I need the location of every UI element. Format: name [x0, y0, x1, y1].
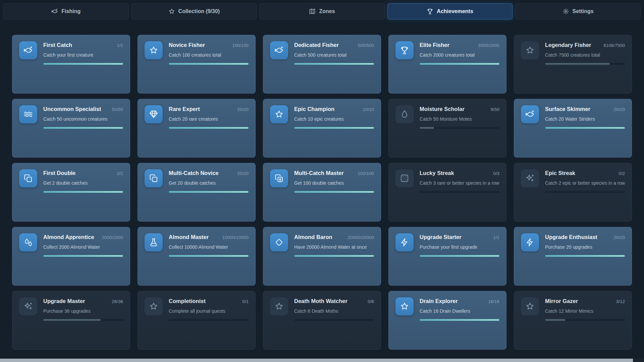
achievement-progress-bar — [420, 63, 499, 65]
achievement-progress-fill — [169, 191, 249, 193]
dice-icon — [395, 169, 414, 187]
achievement-progress-bar — [420, 127, 499, 129]
tab-label: Zones — [319, 8, 335, 14]
achievement-description: Catch 100 creatures total — [169, 52, 249, 58]
tab-collection-9-30[interactable]: Collection (9/30) — [131, 3, 257, 19]
achievement-description: Have 20000 Almond Water at once — [294, 244, 374, 250]
achievement-progress-count: 0/3 — [493, 171, 499, 176]
achievement-card-epic-champion: Epic Champion10/10Catch 10 epic creature… — [263, 99, 381, 158]
sparkles-icon — [19, 297, 37, 315]
achievement-card-mirror-gazer: Mirror Gazer3/12Catch 12 Mirror Mimics — [514, 291, 632, 350]
achievement-progress-count: 6108/7500 — [603, 43, 625, 48]
achievement-description: Purchase 36 upgrades — [43, 308, 123, 314]
tab-label: Achievements — [437, 8, 473, 14]
achievement-progress-bar — [294, 255, 374, 257]
achievement-description: Collect 2000 Almond Water — [43, 244, 123, 250]
achievement-progress-bar — [545, 191, 625, 193]
achievement-title: Surface Skimmer — [545, 106, 590, 112]
achievement-progress-bar — [169, 127, 249, 129]
achievement-card-almond-master: Almond Master10000/10000Collect 10000 Al… — [138, 227, 256, 286]
achievement-card-upgrade-master: Upgrade Master26/36Purchase 36 upgrades — [12, 291, 130, 350]
achievement-progress-bar — [43, 255, 123, 257]
achievement-description: Catch 3 rare or better species in a row — [420, 180, 499, 186]
achievement-progress-fill — [169, 255, 249, 257]
achievement-description: Catch your first creature — [43, 52, 123, 58]
achievement-progress-bar — [294, 63, 374, 65]
achievement-progress-fill — [43, 255, 123, 257]
achievement-title: Elite Fisher — [420, 42, 449, 48]
achievement-title: Death Moth Watcher — [294, 298, 347, 304]
achievement-progress-bar — [294, 319, 374, 321]
achievement-progress-fill — [545, 255, 625, 257]
achievement-description: Catch 2 epic or better species in a row — [545, 180, 625, 186]
achievement-title: Legendary Fisher — [545, 42, 591, 48]
achievement-description: Get 2 double catches — [43, 180, 123, 186]
achievement-description: Catch 20 Water Striders — [545, 116, 625, 122]
achievement-progress-count: 10/10 — [363, 107, 374, 112]
achievement-progress-bar — [43, 63, 123, 65]
achievement-title: Completionist — [169, 298, 206, 304]
achievement-progress-count: 20/20 — [237, 171, 249, 176]
achievement-description: Get 100 double catches — [294, 180, 374, 186]
achievement-card-lucky-streak: Lucky Streak0/3Catch 3 rare or better sp… — [388, 163, 506, 222]
tab-label: Collection (9/30) — [178, 8, 220, 14]
achievement-title: Almond Apprentice — [43, 234, 94, 240]
achievement-progress-fill — [43, 127, 123, 129]
achievement-description: Catch 500 creatures total — [294, 52, 374, 58]
achievement-progress-fill — [169, 63, 249, 65]
achievement-progress-count: 2/2 — [117, 171, 123, 176]
achievement-title: Moisture Scholar — [420, 106, 465, 112]
achievement-progress-bar — [545, 63, 625, 65]
achievement-description: Catch 12 Mirror Mimics — [545, 308, 625, 314]
achievement-card-surface-skimmer: Surface Skimmer20/20Catch 20 Water Strid… — [514, 99, 632, 158]
sparkles-icon — [521, 169, 539, 187]
star-icon — [521, 41, 539, 59]
tab-fishing[interactable]: Fishing — [3, 3, 129, 19]
diamond-icon — [270, 233, 288, 251]
achievement-progress-count: 16/16 — [488, 299, 499, 304]
tab-settings[interactable]: Settings — [515, 3, 641, 19]
achievement-progress-fill — [294, 191, 374, 193]
fish-icon — [270, 41, 288, 59]
achievement-progress-fill — [545, 63, 610, 65]
achievement-progress-fill — [420, 63, 499, 65]
achievement-progress-bar — [420, 191, 499, 193]
tab-label: Settings — [573, 8, 594, 14]
achievement-title: Rare Expert — [169, 106, 200, 112]
achievement-title: Almond Master — [169, 234, 209, 240]
achievement-progress-fill — [420, 319, 499, 321]
achievement-progress-fill — [43, 319, 101, 321]
droplets-icon — [19, 233, 37, 251]
tab-label: Fishing — [61, 8, 80, 14]
achievement-progress-count: 1/1 — [493, 235, 499, 240]
tab-achievements[interactable]: Achievements — [387, 3, 513, 19]
achievement-progress-fill — [420, 127, 434, 129]
fish-icon — [19, 41, 37, 59]
achievement-title: Lucky Streak — [420, 170, 454, 176]
achievement-progress-count: 20/20 — [613, 107, 625, 112]
horizontal-scrollbar-track[interactable] — [0, 359, 644, 362]
achievement-description: Catch 16 Drain Dwellers — [420, 308, 499, 314]
achievement-title: Upgrade Starter — [420, 234, 462, 240]
achievement-progress-bar — [43, 191, 123, 193]
trophy-icon — [427, 8, 433, 15]
achievement-card-multi-catch-master: Multi-Catch Master100/100Get 100 double … — [263, 163, 381, 222]
achievement-progress-fill — [169, 127, 249, 129]
achievement-progress-fill — [420, 255, 499, 257]
achievement-description: Catch 10 epic creatures — [294, 116, 374, 122]
fish-icon — [51, 8, 58, 15]
achievement-title: Epic Streak — [545, 170, 575, 176]
tab-zones[interactable]: Zones — [259, 3, 385, 19]
achievement-progress-fill — [294, 255, 374, 257]
achievement-progress-bar — [43, 127, 123, 129]
achievement-progress-count: 1/1 — [117, 43, 123, 48]
achievement-progress-count: 500/500 — [358, 43, 374, 48]
achievement-progress-count: 20/20 — [613, 235, 625, 240]
achievement-card-drain-explorer: Drain Explorer16/16Catch 16 Drain Dwelle… — [388, 291, 506, 350]
achievement-progress-fill — [294, 127, 374, 129]
achievement-progress-fill — [43, 63, 123, 65]
horizontal-scrollbar-thumb[interactable] — [0, 359, 633, 362]
copy-plus-icon — [270, 169, 288, 187]
achievement-title: First Catch — [43, 42, 72, 48]
achievement-description: Purchase your first upgrade — [420, 244, 499, 250]
